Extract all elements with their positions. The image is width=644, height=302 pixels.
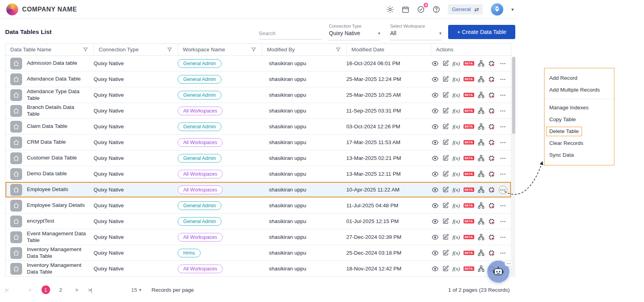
edit-icon[interactable] — [442, 202, 449, 209]
edit-icon[interactable] — [442, 265, 449, 272]
edit-icon[interactable] — [442, 107, 449, 114]
beta-badge[interactable]: BETA — [464, 124, 474, 129]
relations-icon[interactable] — [478, 139, 484, 146]
view-icon[interactable] — [432, 249, 439, 257]
scrollbar-thumb[interactable] — [512, 57, 515, 134]
formula-icon[interactable]: f(x) — [452, 76, 460, 83]
relations-icon[interactable] — [478, 155, 484, 161]
more-actions-button[interactable]: ⋯ — [499, 201, 507, 210]
data-table-name[interactable]: CRM Data Table — [27, 139, 86, 146]
formula-icon[interactable]: f(x) — [452, 60, 460, 67]
more-actions-button[interactable]: ⋯ — [499, 138, 507, 147]
connection-type-select[interactable]: Quixy Native ▾ — [329, 30, 380, 36]
formula-icon[interactable]: f(x) — [452, 203, 460, 209]
data-table-name[interactable]: Attendance Type Data Table — [27, 88, 86, 102]
api-chip-icon[interactable] — [488, 123, 495, 130]
formula-icon[interactable]: f(x) — [452, 250, 460, 256]
data-table-name[interactable]: Inventory Management Data Table — [27, 246, 86, 260]
beta-badge[interactable]: BETA — [464, 203, 474, 208]
edit-icon[interactable] — [442, 218, 449, 225]
context-menu-item[interactable]: Delete Table — [544, 126, 614, 137]
edit-icon[interactable] — [442, 123, 449, 130]
data-table-name[interactable]: Event Management Data Table — [27, 231, 86, 244]
api-chip-icon[interactable] — [488, 171, 495, 178]
view-icon[interactable] — [432, 123, 439, 130]
relations-icon[interactable] — [478, 92, 484, 98]
api-chip-icon[interactable] — [488, 76, 495, 83]
edit-icon[interactable] — [442, 186, 449, 193]
more-actions-button[interactable]: ⋯ — [499, 154, 507, 163]
formula-icon[interactable]: f(x) — [452, 171, 460, 177]
edit-icon[interactable] — [442, 60, 449, 67]
relations-icon[interactable] — [478, 202, 484, 209]
api-chip-icon[interactable] — [488, 218, 495, 225]
data-table-name[interactable]: encryptTest — [27, 218, 86, 225]
context-menu-item[interactable]: Add Multiple Records — [544, 84, 614, 96]
environment-select[interactable]: General ⇄ — [448, 4, 483, 15]
edit-icon[interactable] — [442, 155, 449, 161]
data-table-name[interactable]: Claim Data Table — [27, 123, 86, 130]
api-chip-icon[interactable] — [488, 202, 495, 209]
relations-icon[interactable] — [478, 265, 484, 272]
view-icon[interactable] — [432, 155, 439, 162]
view-icon[interactable] — [432, 265, 439, 272]
view-icon[interactable] — [432, 186, 439, 193]
view-icon[interactable] — [432, 92, 439, 99]
data-table-name[interactable]: Customer Data Table — [27, 155, 86, 161]
beta-badge[interactable]: BETA — [464, 93, 474, 98]
edit-icon[interactable] — [442, 234, 449, 240]
formula-icon[interactable]: f(x) — [452, 218, 460, 225]
edit-icon[interactable] — [442, 92, 449, 98]
settings-button[interactable] — [386, 6, 394, 13]
more-actions-button[interactable]: ⋯ — [499, 170, 507, 178]
view-icon[interactable] — [432, 202, 439, 209]
relations-icon[interactable] — [478, 60, 484, 67]
formula-icon[interactable]: f(x) — [452, 234, 460, 240]
create-data-table-button[interactable]: + Create Data Table — [448, 25, 515, 39]
pagination-first[interactable]: |< — [5, 287, 9, 293]
beta-badge[interactable]: BETA — [464, 235, 474, 240]
data-table-name[interactable]: Inventory Management Data Table — [27, 262, 86, 276]
filter-icon[interactable] — [251, 47, 256, 52]
relations-icon[interactable] — [478, 234, 484, 240]
pagination-last[interactable]: >| — [88, 287, 92, 293]
more-actions-button[interactable]: ⋯ — [499, 217, 507, 226]
help-button[interactable] — [432, 6, 440, 13]
calendar-button[interactable] — [402, 6, 409, 13]
data-table-name[interactable]: Employee Details — [27, 186, 86, 193]
filter-icon[interactable] — [83, 47, 88, 52]
beta-badge[interactable]: BETA — [464, 188, 474, 192]
beta-badge[interactable]: BETA — [464, 219, 474, 224]
edit-icon[interactable] — [442, 139, 449, 146]
beta-badge[interactable]: BETA — [464, 109, 474, 113]
data-table-name[interactable]: Employee Salary Details — [27, 202, 86, 209]
context-menu-item[interactable]: Copy Table — [544, 114, 614, 126]
view-icon[interactable] — [432, 139, 439, 146]
avatar[interactable] — [490, 3, 504, 16]
more-actions-button[interactable]: ⋯ — [499, 107, 507, 115]
formula-icon[interactable]: f(x) — [452, 124, 460, 130]
pagination-page-1[interactable]: 1 — [41, 285, 50, 294]
column-header-data-table-name[interactable]: Data Table Name — [6, 44, 94, 55]
beta-badge[interactable]: BETA — [464, 140, 474, 145]
context-menu-item[interactable]: Clear Records — [544, 137, 614, 149]
formula-icon[interactable]: f(x) — [452, 139, 460, 146]
beta-badge[interactable]: BETA — [464, 251, 474, 255]
more-actions-button[interactable]: ⋯ — [499, 91, 507, 99]
edit-icon[interactable] — [442, 76, 449, 83]
context-menu-item[interactable]: Add Record — [544, 72, 614, 84]
formula-icon[interactable]: f(x) — [452, 187, 460, 193]
beta-badge[interactable]: BETA — [464, 172, 474, 176]
beta-badge[interactable]: BETA — [464, 156, 474, 161]
vertical-scrollbar[interactable] — [512, 56, 515, 277]
api-chip-icon[interactable] — [488, 186, 495, 193]
column-header-modified-date[interactable]: Modified Date — [346, 44, 431, 55]
formula-icon[interactable]: f(x) — [452, 108, 460, 114]
avatar-menu-chevron[interactable]: ▾ — [511, 7, 514, 12]
more-actions-button[interactable]: ⋯ — [499, 59, 507, 68]
api-chip-icon[interactable] — [488, 249, 495, 257]
column-header-workspace-name[interactable]: Workspace Name — [178, 44, 262, 55]
column-header-connection-type[interactable]: Connection Type — [94, 44, 178, 55]
relations-icon[interactable] — [478, 76, 484, 83]
edit-icon[interactable] — [442, 171, 449, 177]
